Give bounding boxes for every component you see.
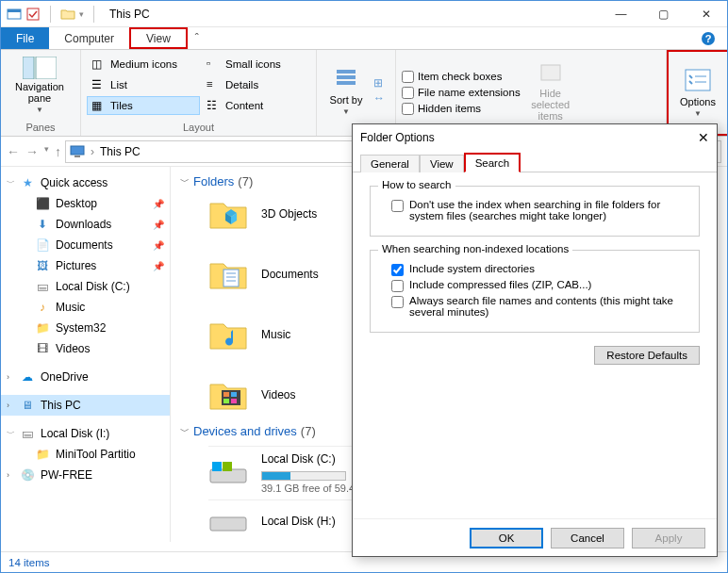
svg-rect-16 — [223, 270, 239, 286]
pictures-icon: 🖼 — [35, 258, 50, 273]
dialog-tab-view[interactable]: View — [420, 155, 464, 172]
tree-onedrive[interactable]: ›☁OneDrive — [1, 367, 170, 387]
svg-rect-27 — [223, 462, 232, 471]
folder-icon — [208, 377, 248, 413]
nav-forward-icon[interactable]: → — [25, 144, 39, 159]
tree-pwfree[interactable]: ›💿PW-FREE — [1, 465, 170, 485]
add-columns-icon[interactable]: ⊞ — [373, 76, 385, 90]
sort-by-button[interactable]: Sort by ▼ — [323, 66, 370, 116]
nav-recent-icon[interactable]: ▾ — [44, 144, 49, 159]
layout-content[interactable]: ☷Content — [202, 96, 306, 115]
size-columns-icon[interactable]: ↔ — [373, 91, 385, 105]
close-button[interactable]: ✕ — [685, 1, 727, 27]
restore-defaults-button[interactable]: Restore Defaults — [594, 346, 700, 365]
include-system-checkbox[interactable] — [391, 264, 404, 276]
dont-use-index-checkbox[interactable] — [391, 200, 404, 212]
maximize-button[interactable]: ▢ — [642, 1, 685, 27]
drive-icon — [208, 506, 248, 536]
apply-button[interactable]: Apply — [632, 528, 705, 548]
drive-icon: 🖴 — [35, 279, 50, 294]
tree-minitool[interactable]: 📁MiniTool Partitio — [1, 444, 170, 465]
hide-icon — [538, 59, 564, 86]
ribbon-collapse-icon[interactable]: ˆ — [188, 27, 207, 49]
tree-desktop[interactable]: ⬛Desktop📌 — [1, 193, 170, 214]
ok-button[interactable]: OK — [470, 528, 543, 548]
include-compressed-checkbox[interactable] — [391, 280, 404, 292]
svg-rect-6 — [36, 57, 57, 79]
tree-music[interactable]: ♪Music — [1, 297, 170, 318]
ribbon-tabs: File Computer View ˆ ? — [1, 27, 727, 50]
tree-localdisk-c[interactable]: 🖴Local Disk (C:) — [1, 276, 170, 297]
svg-rect-9 — [337, 81, 356, 85]
tab-computer[interactable]: Computer — [49, 27, 129, 49]
folder-icon — [208, 317, 248, 352]
layout-medium-icons[interactable]: ◫Medium icons — [87, 55, 200, 74]
pc-icon — [70, 144, 85, 159]
tab-view[interactable]: View — [129, 27, 188, 49]
svg-rect-24 — [231, 399, 237, 403]
pin-icon: 📌 — [153, 220, 164, 230]
tree-documents[interactable]: 📄Documents📌 — [1, 235, 170, 255]
pin-icon: 📌 — [153, 240, 164, 251]
dialog-tab-general[interactable]: General — [360, 155, 420, 172]
tree-localdisk-i[interactable]: ﹀🖴Local Disk (I:) — [1, 423, 170, 444]
svg-rect-23 — [223, 399, 229, 403]
svg-rect-2 — [27, 8, 39, 20]
title-bar: ▾ This PC ― ▢ ✕ — [1, 1, 727, 27]
properties-icon[interactable] — [25, 7, 41, 22]
layout-list[interactable]: ☰List — [87, 75, 200, 94]
svg-rect-10 — [541, 65, 560, 80]
file-name-extensions-toggle[interactable]: File name extensions — [402, 87, 521, 99]
chevron-down-icon: ﹀ — [180, 425, 190, 438]
nav-back-icon[interactable]: ← — [7, 144, 20, 159]
cancel-button[interactable]: Cancel — [551, 528, 624, 548]
svg-rect-26 — [212, 462, 222, 471]
drive-icon: 🖴 — [20, 426, 35, 441]
svg-rect-14 — [71, 146, 84, 155]
tree-system32[interactable]: 📁System32 — [1, 318, 170, 338]
folder-icon — [208, 196, 248, 232]
drive-icon — [208, 458, 248, 488]
tab-file[interactable]: File — [1, 27, 49, 49]
desktop-icon: ⬛ — [35, 196, 50, 211]
drive-usage-bar — [261, 471, 346, 481]
dialog-title: Folder Options — [360, 131, 435, 144]
chevron-down-icon: ▼ — [342, 107, 350, 116]
svg-rect-21 — [223, 392, 229, 397]
svg-rect-8 — [337, 75, 356, 79]
navigation-pane-label: Navigation pane — [7, 81, 73, 104]
nav-up-icon[interactable]: ↑ — [55, 144, 61, 159]
help-icon[interactable]: ? — [697, 27, 720, 49]
svg-rect-28 — [210, 517, 246, 531]
pc-icon: 🖥 — [20, 398, 35, 413]
videos-icon: 🎞 — [35, 341, 50, 356]
sort-icon — [333, 66, 359, 92]
pin-icon: 📌 — [153, 199, 164, 209]
tree-pictures[interactable]: 🖼Pictures📌 — [1, 255, 170, 276]
tree-this-pc[interactable]: ›🖥This PC — [1, 395, 170, 416]
dialog-close-button[interactable]: ✕ — [698, 130, 709, 145]
options-button[interactable]: Options ▼ — [674, 68, 721, 118]
group-panes: Navigation pane ▼ Panes — [1, 50, 81, 136]
always-search-checkbox[interactable] — [391, 296, 404, 308]
layout-small-icons[interactable]: ▫Small icons — [202, 55, 306, 74]
item-check-boxes-toggle[interactable]: Item check boxes — [402, 71, 521, 83]
breadcrumb-sep: › — [91, 145, 94, 158]
breadcrumb-thispc[interactable]: This PC — [100, 145, 141, 158]
navigation-pane-button[interactable]: Navigation pane ▼ — [7, 57, 73, 114]
svg-rect-25 — [210, 469, 246, 483]
tree-videos[interactable]: 🎞Videos — [1, 338, 170, 359]
dialog-body: How to search Don't use the index when s… — [353, 172, 717, 518]
layout-details[interactable]: ≡Details — [202, 75, 306, 94]
dialog-tab-search[interactable]: Search — [464, 153, 521, 172]
group-layout: ◫Medium icons ▫Small icons ☰List ≡Detail… — [81, 50, 317, 136]
qat-dropdown-icon[interactable]: ▾ — [79, 9, 84, 19]
tree-quick-access[interactable]: ﹀★Quick access — [1, 172, 170, 193]
tree-downloads[interactable]: ⬇Downloads📌 — [1, 214, 170, 235]
how-to-search-legend: How to search — [378, 179, 455, 190]
hidden-items-toggle[interactable]: Hidden items — [402, 103, 521, 115]
layout-tiles[interactable]: ▦Tiles — [87, 96, 200, 115]
folder-options-dialog: Folder Options ✕ General View Search How… — [352, 123, 718, 557]
chevron-down-icon: ﹀ — [180, 175, 190, 188]
minimize-button[interactable]: ― — [600, 1, 642, 27]
